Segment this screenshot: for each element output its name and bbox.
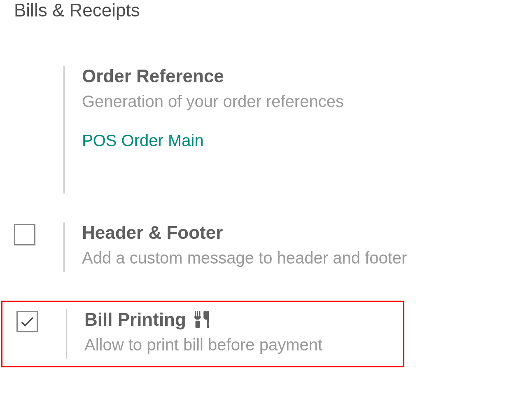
setting-title-bill-printing: Bill Printing bbox=[84, 309, 403, 330]
setting-title-header-footer: Header & Footer bbox=[82, 222, 532, 243]
checkbox-bill-printing[interactable] bbox=[16, 311, 38, 332]
setting-desc-header-footer: Add a custom message to header and foote… bbox=[82, 249, 532, 267]
divider bbox=[63, 222, 65, 272]
setting-desc-order-reference: Generation of your order references bbox=[82, 92, 532, 111]
setting-header-footer: Header & Footer Add a custom message to … bbox=[0, 222, 532, 272]
section-title: Bills & Receipts bbox=[0, 0, 532, 21]
setting-content: Order Reference Generation of your order… bbox=[82, 66, 532, 150]
divider bbox=[66, 309, 67, 359]
checkbox-placeholder bbox=[14, 66, 63, 68]
setting-content: Bill Printing Allow to print bill before… bbox=[84, 309, 403, 354]
setting-title-order-reference: Order Reference bbox=[82, 66, 532, 86]
utensils-icon bbox=[193, 311, 210, 328]
checkbox-header-footer[interactable] bbox=[14, 224, 35, 245]
divider bbox=[63, 66, 65, 194]
setting-bill-printing: Bill Printing Allow to print bill before… bbox=[1, 301, 404, 367]
setting-order-reference: Order Reference Generation of your order… bbox=[0, 66, 532, 194]
setting-desc-bill-printing: Allow to print bill before payment bbox=[84, 336, 403, 354]
setting-content: Header & Footer Add a custom message to … bbox=[82, 222, 532, 267]
check-icon bbox=[19, 313, 35, 330]
link-pos-order-main[interactable]: POS Order Main bbox=[82, 131, 204, 150]
setting-title-bill-printing-text: Bill Printing bbox=[84, 309, 186, 330]
